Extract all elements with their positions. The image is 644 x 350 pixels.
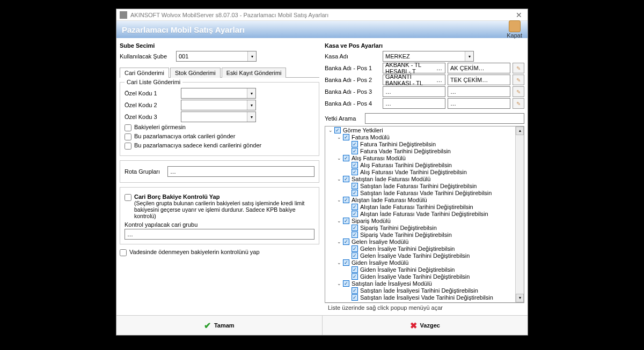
tree-node[interactable]: ✓Satıştan İade İrsaliyesi Tarihini Değiş… (345, 287, 524, 294)
scroll-down-icon[interactable]: ▾ (516, 294, 524, 302)
checkbox-icon[interactable]: ✓ (343, 155, 349, 161)
tree-node[interactable]: ✓Giden İrsaliye Tarihini Değiştirebilsin (345, 266, 524, 273)
scroll-up-icon[interactable]: ▴ (516, 126, 524, 135)
checkbox-icon[interactable]: ✓ (352, 294, 358, 301)
cancel-button[interactable]: ✖Vazgec (323, 316, 528, 335)
ok-button[interactable]: ✔Tamam (116, 316, 323, 335)
chevron-down-icon: ▾ (247, 112, 255, 122)
checkbox-icon[interactable]: ✓ (343, 197, 349, 203)
ozel3-combo[interactable]: ▾ (181, 111, 256, 122)
checkbox-icon[interactable]: ✓ (352, 225, 358, 231)
pos1-edit-button[interactable]: ✎ (513, 63, 524, 73)
tree-node[interactable]: ⌄✓Gelen İrsaliye Modülü (336, 239, 524, 245)
pos2-edit-button[interactable]: ✎ (513, 75, 524, 85)
tab-eski[interactable]: Eski Kayıt Gönderimi (222, 68, 287, 78)
tree-node[interactable]: ⌄✓Alış Faturası Modülü (336, 155, 524, 161)
chevron-down-icon: ⌄ (336, 155, 342, 161)
checkbox-icon[interactable]: ✓ (334, 127, 341, 133)
ozel1-combo[interactable]: ▾ (181, 88, 256, 99)
tree-node[interactable]: ⌄✓Satıştan İade İrsaliyesi Modülü (336, 280, 524, 287)
tree-node[interactable]: ✓Sipariş Tarihini Değiştirebilsin (345, 225, 524, 231)
pos3-type-input[interactable]: … (448, 86, 510, 97)
chk-vade[interactable] (120, 249, 127, 256)
sube-combo[interactable]: 001▾ (176, 51, 257, 62)
pos2-bank-input[interactable]: GARANTİ BANKASI - TL… (383, 75, 445, 85)
checkbox-icon[interactable]: ✓ (352, 162, 358, 168)
checkbox-icon[interactable]: ✓ (343, 134, 349, 140)
yetki-search-input[interactable] (365, 113, 524, 124)
checkbox-icon[interactable]: ✓ (352, 148, 358, 154)
tree-node[interactable]: ✓Satıştan İade İrsaliyesi Vade Tarihini … (345, 294, 524, 301)
chk-ortak[interactable] (125, 133, 131, 140)
tree-node[interactable]: ⌄✓Fatura Modülü (336, 134, 524, 140)
close-icon[interactable]: ✕ (514, 11, 524, 19)
checkbox-icon[interactable]: ✓ (352, 266, 358, 273)
tree-node[interactable]: ✓Alış Faturası Tarihini Değiştirebilsin (345, 162, 524, 168)
tree-node[interactable]: ✓Gelen İrsaliye Tarihini Değiştirebilsin (345, 245, 524, 252)
pos3-bank-input[interactable]: … (383, 86, 445, 97)
pos3-edit-button[interactable]: ✎ (513, 86, 524, 97)
pos-row: Banka Adı - Pos 1AKBANK - TL HESABI - T…… (325, 63, 524, 73)
chk-bakiye[interactable] (125, 124, 131, 131)
chevron-down-icon: ▾ (247, 100, 255, 110)
pos4-bank-input[interactable]: … (383, 98, 445, 109)
checkbox-icon[interactable]: ✓ (352, 287, 358, 294)
chevron-down-icon: ⌄ (336, 218, 342, 224)
tree-node[interactable]: ✓Fatura Tarihini Değiştirebilsin (345, 141, 524, 147)
ozel2-combo[interactable]: ▾ (181, 100, 256, 110)
pos1-type-input[interactable]: AK ÇEKİM… (448, 63, 510, 73)
tree-node[interactable]: ✓Giden İrsaliye Vade Tarihini Değiştireb… (345, 273, 524, 280)
tree-node[interactable]: ⌄✓Sipariş Modülü (336, 218, 524, 224)
tree-node[interactable]: ⌄✓Görme Yetkileri (327, 127, 524, 133)
checkbox-icon[interactable]: ✓ (352, 169, 358, 175)
tree-node[interactable]: ✓Gelen İrsaliye Vade Tarihini Değiştireb… (345, 252, 524, 259)
scrollbar[interactable]: ▴ ▾ (515, 126, 524, 302)
checkbox-icon[interactable]: ✓ (343, 176, 349, 182)
tree-node[interactable]: ✓Satıştan İade Faturası Vade Tarihini De… (345, 190, 524, 196)
rota-input[interactable]: … (167, 166, 314, 177)
checkbox-icon[interactable]: ✓ (352, 190, 358, 196)
kasa-combo[interactable]: MERKEZ▾ (383, 51, 474, 62)
tree-hint: Liste üzerinde sağ click popup menüyü aç… (325, 303, 524, 312)
right-column: Kasa ve Pos Ayarları Kasa Adı MERKEZ▾ Ba… (325, 41, 524, 312)
checkbox-icon[interactable]: ✓ (343, 259, 349, 266)
tab-cari[interactable]: Cari Gönderimi (120, 68, 169, 78)
tree-node[interactable]: ✓Satıştan İade Faturası Tarihini Değişti… (345, 183, 524, 189)
tab-stok[interactable]: Stok Gönderimi (170, 68, 221, 78)
chevron-down-icon: ⌄ (336, 260, 342, 265)
tree-node[interactable]: ⌄✓Alıştan İade Faturası Modülü (336, 197, 524, 203)
checkbox-icon[interactable]: ✓ (352, 183, 358, 189)
checkbox-icon[interactable]: ✓ (352, 204, 358, 210)
app-window: AKINSOFT Wolvox MobilServer s8.07.03 - P… (116, 9, 528, 336)
left-column: Sube Secimi Kullanılacak Şube 001▾ Cari … (120, 41, 319, 312)
checkbox-icon[interactable]: ✓ (352, 211, 358, 217)
group-cari-liste: Cari Liste Gönderimi Özel Kodu 1▾ Özel K… (120, 82, 319, 156)
tree-node[interactable]: ⌄✓Satıştan İade Faturası Modülü (336, 176, 524, 182)
chk-kendi[interactable] (125, 143, 131, 150)
checkbox-icon[interactable]: ✓ (352, 273, 358, 280)
tree-node[interactable]: ✓Sipariş Vade Tarihini Değiştirebilsin (345, 232, 524, 238)
checkbox-icon[interactable]: ✓ (343, 218, 349, 224)
tree-node[interactable]: ✓Alıştan İade Faturası Vade Tarihini Değ… (345, 211, 524, 217)
pos4-type-input[interactable]: … (448, 98, 510, 109)
tree-node[interactable]: ✓Alıştan İade Faturası Tarihini Değiştir… (345, 204, 524, 210)
checkbox-icon[interactable]: ✓ (352, 141, 358, 147)
titlebar: AKINSOFT Wolvox MobilServer s8.07.03 - P… (116, 9, 528, 21)
tree-node[interactable]: ✓Alış Faturası Vade Tarihini Değiştirebi… (345, 169, 524, 175)
pos1-bank-input[interactable]: AKBANK - TL HESABI - T… (383, 63, 445, 73)
kontrol-grubu-input[interactable]: … (125, 229, 314, 240)
pos4-edit-button[interactable]: ✎ (513, 98, 524, 109)
checkbox-icon[interactable]: ✓ (343, 239, 349, 245)
checkbox-icon[interactable]: ✓ (352, 245, 358, 252)
tree-node[interactable]: ✓Fatura Vade Tarihini Değiştirebilsin (345, 148, 524, 154)
checkbox-icon[interactable]: ✓ (352, 252, 358, 259)
tree-node[interactable]: ⌄✓Giden İrsaliye Modülü (336, 259, 524, 266)
ellipsis-icon: … (436, 77, 443, 83)
checkbox-icon[interactable]: ✓ (343, 280, 349, 287)
pos2-type-input[interactable]: TEK ÇEKİM… (448, 75, 510, 85)
permission-tree[interactable]: ⌄✓Görme Yetkileri⌄✓Fatura Modülü✓Fatura … (325, 126, 524, 303)
button-bar: ✔Tamam ✖Vazgec (116, 315, 528, 335)
chk-borc[interactable] (125, 194, 131, 201)
checkbox-icon[interactable]: ✓ (352, 232, 358, 238)
banner-close-button[interactable]: Kapat (507, 20, 522, 39)
